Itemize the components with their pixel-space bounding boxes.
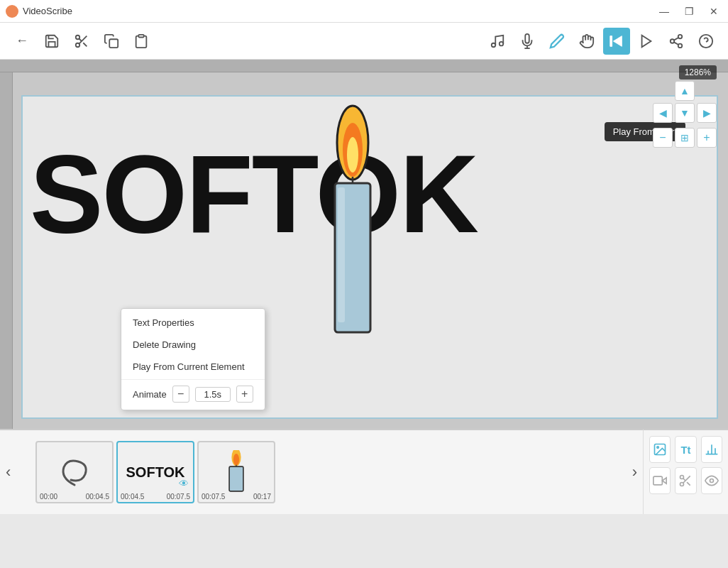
right-panel: Tt	[643, 429, 728, 514]
title-bar-left: VideoScribe	[6, 5, 72, 18]
svg-point-16	[678, 43, 683, 47]
scroll-left-button[interactable]: ◀	[653, 103, 673, 123]
close-button[interactable]: ✕	[705, 4, 722, 18]
svg-point-23	[347, 137, 358, 173]
copy-button[interactable]	[98, 28, 125, 55]
back-button[interactable]: ←	[9, 28, 35, 55]
play-from-start-button[interactable]	[603, 28, 630, 55]
svg-point-7	[492, 43, 496, 47]
svg-point-0	[76, 35, 80, 39]
svg-line-18	[674, 37, 678, 40]
svg-rect-38	[653, 476, 663, 485]
zoom-badge: 1286%	[679, 65, 717, 80]
svg-line-4	[79, 38, 82, 41]
music-button[interactable]	[484, 28, 511, 55]
thumb-1-end-time: 00:04.5	[86, 493, 109, 501]
share-button[interactable]	[663, 28, 690, 55]
svg-point-15	[671, 39, 675, 43]
zoom-out-button[interactable]: −	[653, 128, 673, 148]
mic-button[interactable]	[514, 28, 541, 55]
thumb-2-end-time: 00:07.5	[167, 493, 190, 501]
thumb-3-end-time: 00:17	[253, 493, 271, 501]
pen-button[interactable]	[544, 28, 570, 55]
eye-panel-button[interactable]	[701, 467, 722, 494]
timeline-thumb-1[interactable]: 00:00 00:04.5	[35, 441, 114, 503]
svg-line-42	[688, 482, 691, 486]
thumb-3-start-time: 00:07.5	[202, 493, 225, 501]
timeline-thumb-2[interactable]: SOFTOK 👁 00:04.5 00:07.5	[116, 441, 194, 503]
bottom-area: ‹ 00:00 00:04.5 SOFTOK 👁 00:04.5 00:07.5	[0, 429, 728, 514]
app-name: VideoScribe	[23, 6, 72, 16]
svg-point-39	[680, 476, 684, 479]
svg-line-43	[683, 479, 685, 481]
timeline-prev-button[interactable]: ‹	[6, 463, 11, 481]
context-menu-play-from-current[interactable]: Play From Current Element	[121, 356, 265, 378]
play-button[interactable]	[633, 28, 660, 55]
canvas-area: SOFTOK Play From Start Text Pr	[0, 60, 728, 429]
cut-timeline-button[interactable]	[675, 467, 696, 494]
paste-button[interactable]	[128, 28, 155, 55]
svg-line-17	[674, 42, 678, 45]
candle-illustration	[321, 104, 385, 362]
app-logo	[6, 5, 18, 18]
video-button[interactable]	[649, 467, 671, 494]
svg-point-44	[710, 479, 713, 483]
help-button[interactable]	[693, 28, 719, 55]
cut-button[interactable]	[68, 28, 95, 55]
svg-point-14	[678, 34, 683, 38]
scroll-down-button[interactable]: ▼	[675, 103, 695, 123]
svg-rect-5	[109, 39, 118, 48]
zoom-fit-button[interactable]: ⊞	[675, 128, 695, 148]
context-menu-text-properties[interactable]: Text Properties	[121, 312, 265, 334]
ruler-top	[0, 60, 728, 72]
animate-row: Animate − 1.5s +	[121, 381, 265, 407]
timeline-thumb-3[interactable]: 00:07.5 00:17	[197, 441, 275, 503]
ruler-left	[0, 72, 13, 429]
panel-row-2	[649, 467, 722, 494]
add-image-button[interactable]	[649, 436, 671, 463]
svg-marker-12	[613, 36, 622, 46]
context-menu-divider	[121, 379, 265, 380]
svg-marker-13	[642, 35, 651, 47]
nav-controls: ▲ ◀ ▼ ▶ − ⊞ +	[653, 81, 717, 148]
save-button[interactable]	[38, 28, 65, 55]
toolbar-right	[484, 28, 719, 55]
svg-point-8	[500, 41, 504, 45]
svg-point-32	[657, 447, 659, 449]
svg-rect-26	[338, 187, 345, 322]
toolbar: ←	[0, 23, 728, 60]
animate-label: Animate	[133, 389, 167, 400]
svg-point-28	[233, 454, 239, 466]
minimize-button[interactable]: —	[655, 4, 673, 18]
add-text-button[interactable]: Tt	[675, 436, 696, 463]
svg-point-1	[76, 43, 80, 47]
window-controls[interactable]: — ❐ ✕	[655, 4, 722, 18]
eye-icon: 👁	[179, 478, 189, 489]
context-menu-delete-drawing[interactable]: Delete Drawing	[121, 334, 265, 356]
add-chart-button[interactable]	[701, 436, 722, 463]
scroll-up-button[interactable]: ▲	[675, 81, 695, 101]
panel-row-1: Tt	[649, 436, 722, 463]
hand-button[interactable]	[573, 28, 600, 55]
svg-rect-30	[229, 466, 243, 491]
thumb-2-start-time: 00:04.5	[121, 493, 144, 501]
timeline-next-button[interactable]: ›	[632, 463, 637, 481]
animate-plus-button[interactable]: +	[236, 386, 253, 403]
zoom-in-button[interactable]: +	[697, 128, 717, 148]
thumb-1-start-time: 00:00	[40, 493, 57, 501]
svg-marker-11	[610, 36, 612, 46]
svg-line-3	[83, 43, 87, 46]
context-menu: Text Properties Delete Drawing Play From…	[121, 308, 265, 410]
scroll-right-button[interactable]: ▶	[697, 103, 717, 123]
svg-rect-6	[138, 34, 143, 37]
animate-value[interactable]: 1.5s	[195, 387, 231, 402]
svg-marker-37	[662, 478, 666, 484]
svg-point-40	[680, 483, 684, 486]
title-bar: VideoScribe — ❐ ✕	[0, 0, 728, 23]
maximize-button[interactable]: ❐	[680, 4, 698, 18]
animate-minus-button[interactable]: −	[172, 386, 189, 403]
timeline: ‹ 00:00 00:04.5 SOFTOK 👁 00:04.5 00:07.5	[0, 429, 643, 514]
